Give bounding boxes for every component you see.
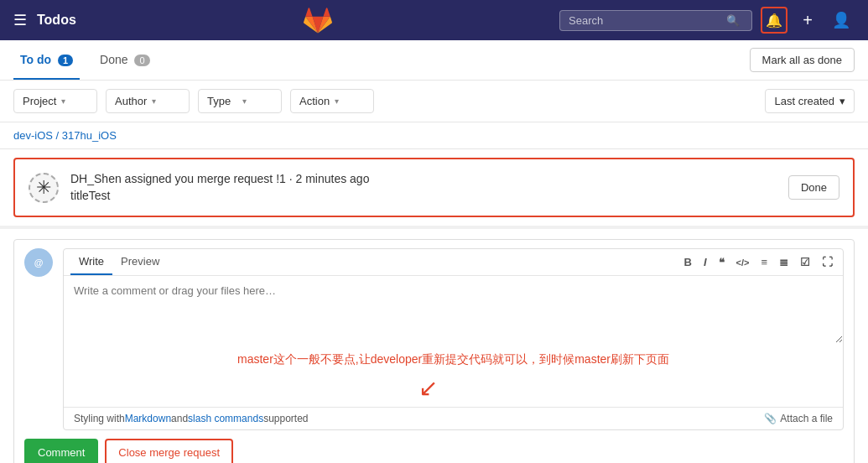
todo-done-button[interactable]: Done [788,175,839,200]
comment-tabs: Write Preview B I ❝ </> ≡ ≣ ☑ ⛶ [64,249,843,276]
group-header: dev-iOS / 317hu_iOS [0,122,868,149]
comment-toolbar-right: B I ❝ </> ≡ ≣ ☑ ⛶ [680,249,836,275]
tab-preview[interactable]: Preview [112,249,168,275]
mark-all-done-button[interactable]: Mark all as done [750,48,855,72]
numbered-list-button[interactable]: ≣ [776,252,792,272]
chevron-down-icon: ▾ [152,96,180,106]
tabs-bar: To do 1 Done 0 Mark all as done [0,40,868,81]
filters-bar: Project ▾ Author ▾ Type ▾ Action ▾ Last … [0,81,868,122]
red-arrow: ↙ [74,374,833,407]
avatar-initials: @ [34,258,44,268]
comment-section: @ Write Preview B I ❝ </> ≡ ≣ ☑ ⛶ [13,239,855,463]
todo-title: DH_Shen assigned you merge request !1 · … [70,171,775,188]
done-badge: 0 [134,55,149,66]
gitlab-logo [303,4,333,37]
chevron-down-icon: ▾ [839,95,845,107]
attach-file-button[interactable]: 📎 Attach a file [764,413,833,424]
comment-footer: Styling with Markdown and slash commands… [64,407,843,429]
tab-todo[interactable]: To do 1 [13,41,80,80]
avatar-decoration: ✳ [36,177,51,199]
italic-button[interactable]: I [700,252,710,272]
todo-avatar: ✳ [29,173,59,203]
project-filter[interactable]: Project ▾ [13,89,97,113]
comment-textarea[interactable] [64,276,843,343]
group-path-link[interactable]: dev-iOS / 317hu_iOS [13,129,117,142]
chevron-down-icon: ▾ [61,96,88,106]
comment-button[interactable]: Comment [24,439,98,463]
todo-item: ✳ DH_Shen assigned you merge request !1 … [13,158,855,217]
bold-button[interactable]: B [680,252,694,272]
type-filter[interactable]: Type ▾ [198,89,282,113]
user-avatar-button[interactable]: 👤 [828,7,855,34]
plus-icon: + [803,11,813,30]
attachment-icon: 📎 [764,413,777,424]
header-icons: 🔔 + 👤 [761,7,855,34]
menu-icon[interactable]: ☰ [13,11,27,29]
annotation-text: master这个一般不要点,让developer重新提交代码就可以，到时候mas… [74,349,833,374]
close-merge-request-button[interactable]: Close merge request [105,439,233,463]
todo-badge: 1 [58,55,73,66]
chevron-down-icon: ▾ [242,96,273,106]
code-button[interactable]: </> [733,252,753,272]
avatar-icon: 👤 [832,11,850,29]
sort-dropdown[interactable]: Last created ▾ [765,89,855,113]
notification-button[interactable]: 🔔 [761,7,787,34]
todo-content: dev-iOS / 317hu_iOS ✳ DH_Shen assigned y… [0,122,868,463]
todo-subtitle: titleTest [70,188,775,205]
comment-actions: Comment Close merge request [14,430,854,463]
slash-commands-link[interactable]: slash commands [188,413,263,424]
search-box[interactable]: 🔍 [559,10,752,31]
task-list-button[interactable]: ☑ [797,252,813,272]
commenter-avatar: @ [24,248,53,277]
bell-icon: 🔔 [766,13,782,29]
section-divider [0,226,868,229]
markdown-link[interactable]: Markdown [125,413,171,424]
header: ☰ Todos 🔍 🔔 + 👤 [0,0,868,40]
quote-button[interactable]: ❝ [715,252,728,272]
author-filter[interactable]: Author ▾ [106,89,190,113]
annotation-container: master这个一般不要点,让developer重新提交代码就可以，到时候mas… [64,346,843,407]
comment-top: @ Write Preview B I ❝ </> ≡ ≣ ☑ ⛶ [14,240,854,430]
chevron-down-icon: ▾ [335,96,365,106]
app-title: Todos [37,13,76,28]
action-filter[interactable]: Action ▾ [290,89,374,113]
todo-text: DH_Shen assigned you merge request !1 · … [70,171,775,204]
fullscreen-button[interactable]: ⛶ [819,252,836,272]
tab-write[interactable]: Write [70,249,112,275]
search-input[interactable] [569,14,720,27]
search-icon: 🔍 [726,14,740,27]
add-button[interactable]: + [794,7,821,34]
tab-done[interactable]: Done 0 [93,41,156,80]
bullet-list-button[interactable]: ≡ [757,252,771,272]
comment-editor: Write Preview B I ❝ </> ≡ ≣ ☑ ⛶ [63,248,844,430]
